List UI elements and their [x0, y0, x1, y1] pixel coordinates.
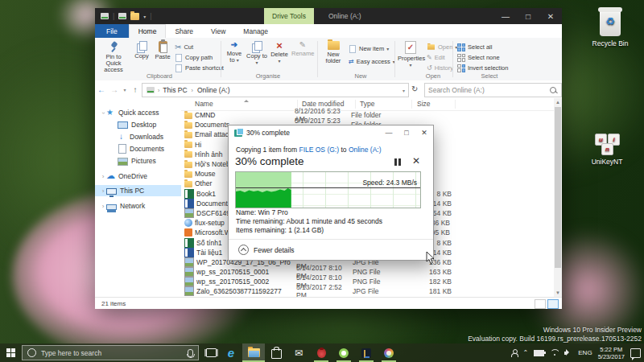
taskbar-app-paint[interactable]	[378, 343, 400, 362]
thumbnails-view-button[interactable]	[547, 299, 559, 309]
qat-customize-icon[interactable]: ▾	[143, 14, 146, 19]
copy-button[interactable]: Copy	[132, 40, 151, 76]
action-center-icon[interactable]	[630, 348, 641, 358]
scroll-down-arrow[interactable]: ▼	[554, 289, 562, 297]
back-button[interactable]: ←	[95, 85, 108, 94]
window-titlebar[interactable]: | ▾ | Drive Tools Online (A:) — □ ✕	[95, 8, 562, 24]
minimize-button[interactable]: —	[494, 8, 517, 24]
file-row[interactable]: wp_ss_20170515_00015/14/2017 8:10 PMPNG …	[181, 267, 554, 277]
copy-destination-link[interactable]: Online (A:)	[349, 146, 382, 154]
close-button[interactable]: ✕	[539, 8, 562, 24]
sidebar-item-pictures[interactable]: Pictures	[95, 155, 181, 167]
expand-chevron-icon[interactable]: ›	[100, 203, 106, 210]
invert-selection-button[interactable]: Invert selection	[457, 64, 508, 72]
pin-to-quick-access-button[interactable]: Pin to Quick access	[100, 40, 127, 76]
people-icon[interactable]	[511, 349, 518, 356]
expand-chevron-icon[interactable]: ›	[100, 173, 106, 180]
cut-button[interactable]: ✂ Cut	[175, 43, 193, 51]
vertical-scrollbar[interactable]: ▲ ▼	[554, 98, 562, 297]
file-row[interactable]: CMND8/12/2016 5:23 AMFile folder	[181, 110, 554, 120]
tab-view[interactable]: View	[202, 24, 234, 38]
start-button[interactable]	[0, 343, 21, 362]
copy-source-link[interactable]: FILE OS (G:)	[299, 146, 339, 154]
qat-newfolder-icon[interactable]	[130, 13, 139, 20]
file-row[interactable]: wp_ss_20170515_00025/14/2017 8:10 PMPNG …	[181, 277, 554, 286]
delete-button[interactable]: × Delete ▾	[269, 40, 290, 76]
battery-icon[interactable]	[534, 350, 544, 356]
search-input[interactable]: Search Online (A:)	[424, 83, 562, 97]
wifi-icon[interactable]	[550, 349, 559, 356]
tab-home[interactable]: Home	[129, 24, 167, 38]
up-button[interactable]: ↑	[129, 85, 142, 94]
dialog-maximize-button[interactable]: □	[398, 125, 415, 140]
breadcrumb-this-pc[interactable]: This PC	[163, 86, 187, 94]
dialog-close-button[interactable]: ✕	[415, 125, 433, 140]
history-button[interactable]: ↺ History	[427, 64, 453, 72]
taskbar-app-file-explorer[interactable]	[242, 343, 265, 362]
new-item-button[interactable]: New item ▾	[349, 44, 389, 53]
copy-to-button[interactable]: Copy to ▾	[246, 40, 267, 76]
desktop-icon-recycle-bin[interactable]: Recycle Bin	[584, 10, 636, 47]
select-all-button[interactable]: Select all	[457, 43, 492, 51]
maximize-button[interactable]: □	[517, 8, 539, 24]
paste-button[interactable]: Paste	[153, 40, 172, 76]
address-dropdown-icon[interactable]: ▾	[402, 88, 405, 93]
sidebar-item-documents[interactable]: Documents	[95, 143, 181, 154]
pause-button[interactable]	[394, 158, 402, 167]
taskbar-app-red-pouch[interactable]	[310, 343, 332, 362]
qat-properties-icon[interactable]	[118, 13, 126, 19]
tab-share[interactable]: Share	[166, 24, 202, 38]
paste-shortcut-button[interactable]: Paste shortcut	[175, 64, 224, 72]
task-view-button[interactable]	[202, 343, 220, 362]
sidebar-item-onedrive[interactable]: ›OneDrive	[95, 171, 181, 182]
tab-manage[interactable]: Manage	[234, 24, 277, 38]
select-none-button[interactable]: Select none	[457, 53, 500, 62]
new-folder-button[interactable]: New folder	[321, 40, 345, 76]
refresh-icon[interactable]: ↻	[411, 84, 418, 93]
copy-path-button[interactable]: Copy path	[175, 53, 213, 62]
column-separator[interactable]	[455, 100, 456, 109]
edit-button[interactable]: ✎ Edit	[427, 53, 445, 62]
cancel-button[interactable]: ✕	[412, 155, 420, 167]
rename-button[interactable]: ✎ Rename	[291, 40, 314, 76]
sidebar-item-downloads[interactable]: Downloads	[95, 131, 181, 142]
taskbar-search-input[interactable]: Type here to search	[22, 345, 199, 360]
recent-locations-dropdown[interactable]: ▾	[121, 87, 129, 93]
scroll-up-arrow[interactable]: ▲	[554, 98, 562, 106]
scrollbar-thumb[interactable]	[555, 107, 561, 268]
tray-expand-chevron-icon[interactable]: ⌃	[523, 349, 529, 356]
expand-chevron-icon[interactable]: ›	[100, 187, 106, 195]
contextual-tab-drive-tools[interactable]: Drive Tools	[264, 8, 314, 24]
column-header-size[interactable]: Size	[417, 100, 431, 108]
taskbar-clock[interactable]: 5:22 PM 5/23/2017	[598, 346, 625, 360]
dialog-titlebar[interactable]: 30% complete — □ ✕	[229, 125, 433, 140]
sidebar-item-quick-access[interactable]: ›Quick access	[95, 107, 181, 118]
column-separator[interactable]	[355, 100, 356, 109]
taskbar-app-mail[interactable]: ✉	[287, 343, 310, 362]
language-indicator[interactable]: ENG	[578, 349, 592, 356]
column-header-name[interactable]: Name	[195, 100, 213, 108]
file-row[interactable]: Zalo_6362503877115922773/13/2017 2:52 PM…	[181, 286, 554, 296]
dialog-minimize-button[interactable]: —	[380, 125, 398, 140]
taskbar-app-coccoc[interactable]	[332, 343, 355, 362]
breadcrumb-current[interactable]: Online (A:)	[197, 86, 230, 94]
easy-access-button[interactable]: ⇄ Easy access ▾	[349, 57, 395, 66]
microphone-icon[interactable]	[188, 349, 193, 357]
volume-icon[interactable]	[564, 349, 572, 356]
column-header-type[interactable]: Type	[360, 100, 374, 108]
move-to-button[interactable]: ➔ Move to ▾	[224, 40, 245, 76]
taskbar-app-store[interactable]	[265, 343, 287, 362]
sidebar-item-desktop[interactable]: Desktop	[95, 119, 181, 130]
breadcrumb[interactable]: › This PC › Online (A:) ▾	[142, 83, 409, 97]
taskbar-app-edge[interactable]: e	[220, 343, 242, 362]
taskbar-app-dark[interactable]	[355, 343, 378, 362]
properties-button[interactable]: ✓ Properties ▾	[398, 40, 423, 76]
sidebar-item-network[interactable]: ›Network	[95, 200, 181, 212]
sidebar-item-this-pc[interactable]: ›This PC	[95, 185, 181, 196]
column-separator[interactable]	[411, 100, 412, 109]
details-view-button[interactable]	[535, 299, 546, 309]
desktop-icon-unikey[interactable]: u i n UniKeyNT	[581, 134, 633, 166]
tab-file[interactable]: File	[95, 24, 129, 38]
forward-button[interactable]: →	[108, 85, 121, 94]
fewer-details-toggle[interactable]: Fewer details	[238, 245, 295, 255]
